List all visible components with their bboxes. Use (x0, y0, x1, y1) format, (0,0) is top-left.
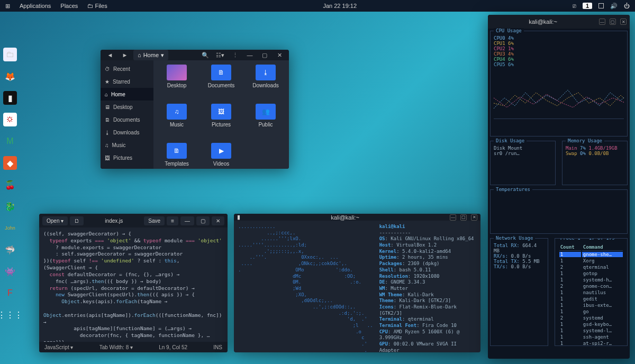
folder-music[interactable]: ♫Music (156, 104, 198, 141)
window-icon[interactable] (598, 3, 604, 8)
clock[interactable]: Jan 22 19:12 (107, 3, 573, 9)
proc-row[interactable]: 1systemd-l… (559, 328, 623, 333)
files-window: ◄ ► ⌂ Home ▾ 🔍 ☷▾ ⋮ — ▢ ✕ ⏱Recent★Starre… (101, 50, 289, 169)
editor-content[interactable]: ((self, swaggerDecorator) → { typeof exp… (39, 228, 228, 342)
search-button[interactable]: 🔍 (199, 50, 212, 60)
status-lang[interactable]: JavaScript ▾ (44, 344, 73, 350)
starred-icon: ★ (105, 79, 110, 85)
status-position: Ln 9, Col 52 (159, 344, 187, 350)
dock-wireshark[interactable]: 🦈 (3, 243, 17, 257)
folder-templates[interactable]: 🗎Templates (156, 143, 198, 169)
dock-settings[interactable]: ⛭ (3, 113, 17, 126)
dock-cherry[interactable]: 🍒 (3, 178, 17, 192)
folder-desktop[interactable]: Desktop (156, 65, 198, 102)
sidebar-item-desktop[interactable]: 🖥Desktop (101, 101, 153, 113)
proc-section: Proce 1 - 17 of 179 CountCommand1gnome-s… (555, 238, 628, 346)
proc-row[interactable]: 1gotop (559, 271, 623, 276)
folder-videos[interactable]: ▶Videos (200, 143, 242, 169)
status-tabwidth[interactable]: Tab Width: 8 ▾ (99, 344, 133, 350)
proc-row[interactable]: 1go (559, 309, 623, 314)
editor-maximize[interactable]: ▢ (196, 216, 210, 225)
files-toolbar: ◄ ► ⌂ Home ▾ 🔍 ☷▾ ⋮ — ▢ ✕ (101, 50, 289, 60)
forward-button[interactable]: ► (119, 50, 131, 60)
activities-icon[interactable]: ⊞ (5, 3, 10, 10)
save-button[interactable]: Save (144, 216, 165, 225)
sidebar-item-starred[interactable]: ★Starred (101, 75, 153, 88)
mon-minimize[interactable]: — (599, 19, 605, 25)
monitor-window: kali@kali:~ — ▢ ✕ CPU Usage CPU0 4%CPU1 … (488, 15, 630, 359)
proc-row[interactable]: 1ssh-agent (559, 334, 623, 340)
topbar: ⊞ Applications Places 🗀 Files Jan 22 19:… (0, 0, 635, 12)
maximize-button[interactable]: ▢ (258, 50, 271, 60)
recent-icon: ⏱ (105, 66, 110, 72)
pictures-icon: 🖼 (105, 155, 110, 161)
music-icon: ♫ (105, 142, 109, 148)
proc-row[interactable]: 1systemd-h… (559, 277, 623, 283)
editor-close[interactable]: ✕ (212, 216, 224, 225)
back-button[interactable]: ◄ (104, 50, 116, 60)
dock-burp[interactable]: ◆ (3, 156, 17, 170)
editor-minimize[interactable]: — (180, 216, 194, 225)
folder-downloads[interactable]: ⭳Downloads (244, 65, 287, 102)
volume-icon[interactable]: 🔊 (610, 3, 618, 10)
neofetch-ascii: ............. ..,;:ccc,. ......''';lxO. … (238, 224, 373, 352)
dock-metasploit[interactable]: M (3, 134, 17, 148)
proc-row[interactable]: 1Xorg (559, 258, 623, 263)
files-sidebar: ⏱Recent★Starred⌂Home🖥Desktop🗎Documents⭳D… (101, 60, 153, 169)
proc-row[interactable]: 1gnome-she… (559, 252, 623, 257)
sidebar-item-music[interactable]: ♫Music (101, 139, 153, 151)
editor-statusbar: JavaScript ▾ Tab Width: 8 ▾ Ln 9, Col 52… (39, 342, 228, 352)
dock-terminal[interactable]: ▮ (3, 91, 17, 105)
menu-button[interactable]: ⋮ (229, 50, 241, 60)
term-minimize[interactable]: — (450, 214, 456, 221)
close-button[interactable]: ✕ (273, 50, 286, 60)
path-button[interactable]: ⌂ Home ▾ (133, 50, 168, 60)
sidebar-item-downloads[interactable]: ⭳Downloads (101, 126, 153, 139)
sidebar-item-home[interactable]: ⌂Home (101, 88, 153, 101)
dock-faraday[interactable]: F (3, 286, 17, 300)
proc-row[interactable]: 1gsd-keybo… (559, 322, 623, 327)
sidebar-item-pictures[interactable]: 🖼Pictures (101, 151, 153, 164)
record-icon[interactable]: ⎚ (573, 3, 576, 9)
folder-public[interactable]: 👥Public (244, 104, 287, 141)
folder-pictures[interactable]: 🖼Pictures (200, 104, 242, 141)
dock: 🗀 🦊 ▮ ⛭ M ◆ 🍒 🐉 John 🦈 👾 F ⋮⋮⋮ (3, 48, 17, 322)
mon-close[interactable]: ✕ (620, 19, 627, 25)
dock-ettercap[interactable]: 👾 (3, 265, 17, 278)
dock-john[interactable]: John (3, 221, 17, 235)
terminal-body[interactable]: ............. ..,;:ccc,. ......''';lxO. … (234, 221, 480, 352)
proc-row[interactable]: 1gedit (559, 296, 623, 302)
sidebar-item-recent[interactable]: ⏱Recent (101, 62, 153, 75)
power-icon[interactable]: ⏻ (624, 3, 630, 9)
folder-documents[interactable]: 🗎Documents (200, 65, 242, 102)
proc-row[interactable]: 2systemd (559, 315, 623, 321)
proc-row[interactable]: 2gnome-con… (559, 284, 623, 289)
proc-row[interactable]: 1nautilus (559, 290, 623, 295)
minimize-button[interactable]: — (243, 50, 256, 60)
temp-section: Temperatures (490, 189, 628, 234)
editor-menu-button[interactable]: ≡ (167, 216, 178, 225)
dock-firefox[interactable]: 🦊 (3, 69, 17, 83)
proc-row[interactable]: 1ibus-exte… (559, 303, 623, 308)
sidebar-item-documents[interactable]: 🗎Documents (101, 113, 153, 126)
menu-files[interactable]: 🗀 Files (87, 3, 107, 9)
term-close[interactable]: ✕ (471, 214, 477, 221)
dock-apps[interactable]: ⋮⋮⋮ (3, 308, 17, 322)
menu-places[interactable]: Places (60, 3, 78, 9)
open-button[interactable]: Open ▾ (42, 216, 68, 225)
term-maximize[interactable]: ▢ (460, 214, 467, 221)
editor-tab[interactable]: index.js (86, 216, 142, 225)
view-button[interactable]: ☷▾ (214, 50, 226, 60)
cpu-chart (494, 77, 624, 119)
terminal-icon: ▮ (237, 214, 240, 221)
dock-files[interactable]: 🗀 (3, 48, 17, 61)
workspace-indicator[interactable]: 1 (583, 3, 592, 9)
dock-hydra[interactable]: 🐉 (3, 199, 17, 213)
terminal-title: kali@kali:~ (331, 214, 359, 221)
editor-window: Open ▾ 🗋 index.js Save ≡ — ▢ ✕ ((self, s… (39, 214, 228, 352)
new-tab-button[interactable]: 🗋 (70, 216, 84, 225)
proc-row[interactable]: 1at-spi2-r… (559, 341, 623, 346)
proc-row[interactable]: 2qterminal (559, 265, 623, 270)
mon-maximize[interactable]: ▢ (610, 19, 616, 25)
menu-applications[interactable]: Applications (20, 3, 51, 9)
